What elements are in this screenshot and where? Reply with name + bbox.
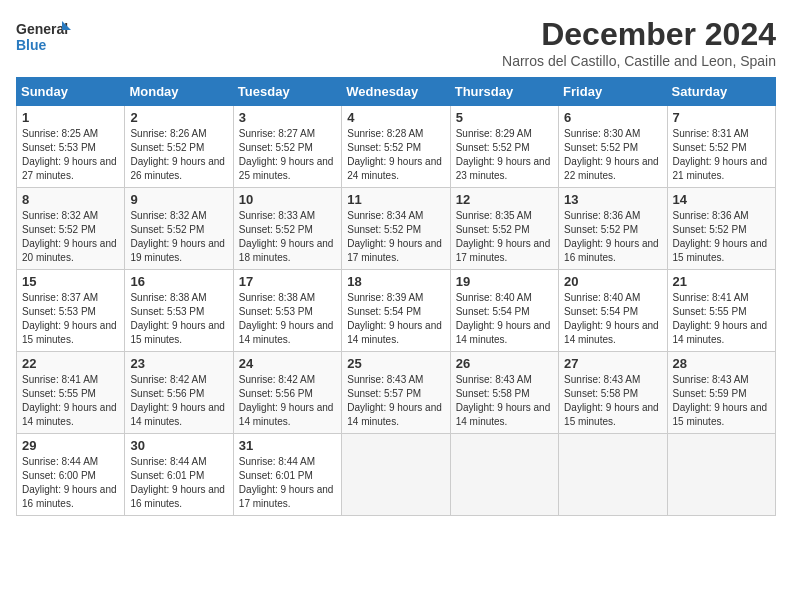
calendar-cell: 27Sunrise: 8:43 AMSunset: 5:58 PMDayligh…	[559, 352, 667, 434]
day-info: Sunrise: 8:25 AMSunset: 5:53 PMDaylight:…	[22, 127, 119, 183]
svg-text:General: General	[16, 21, 68, 37]
day-number: 25	[347, 356, 444, 371]
calendar-cell: 10Sunrise: 8:33 AMSunset: 5:52 PMDayligh…	[233, 188, 341, 270]
day-number: 21	[673, 274, 770, 289]
logo-svg: GeneralBlue	[16, 16, 76, 56]
day-number: 18	[347, 274, 444, 289]
header-thursday: Thursday	[450, 78, 558, 106]
day-number: 22	[22, 356, 119, 371]
day-info: Sunrise: 8:32 AMSunset: 5:52 PMDaylight:…	[22, 209, 119, 265]
header-monday: Monday	[125, 78, 233, 106]
logo: GeneralBlue	[16, 16, 76, 56]
day-number: 24	[239, 356, 336, 371]
calendar-cell: 3Sunrise: 8:27 AMSunset: 5:52 PMDaylight…	[233, 106, 341, 188]
day-info: Sunrise: 8:26 AMSunset: 5:52 PMDaylight:…	[130, 127, 227, 183]
day-info: Sunrise: 8:30 AMSunset: 5:52 PMDaylight:…	[564, 127, 661, 183]
month-title: December 2024	[502, 16, 776, 53]
day-number: 4	[347, 110, 444, 125]
title-area: December 2024 Narros del Castillo, Casti…	[502, 16, 776, 69]
calendar-cell: 13Sunrise: 8:36 AMSunset: 5:52 PMDayligh…	[559, 188, 667, 270]
header-tuesday: Tuesday	[233, 78, 341, 106]
week-row-5: 29Sunrise: 8:44 AMSunset: 6:00 PMDayligh…	[17, 434, 776, 516]
day-number: 10	[239, 192, 336, 207]
calendar-cell	[559, 434, 667, 516]
day-info: Sunrise: 8:44 AMSunset: 6:00 PMDaylight:…	[22, 455, 119, 511]
day-number: 12	[456, 192, 553, 207]
day-number: 16	[130, 274, 227, 289]
day-info: Sunrise: 8:39 AMSunset: 5:54 PMDaylight:…	[347, 291, 444, 347]
day-number: 11	[347, 192, 444, 207]
svg-text:Blue: Blue	[16, 37, 47, 53]
calendar-cell: 4Sunrise: 8:28 AMSunset: 5:52 PMDaylight…	[342, 106, 450, 188]
day-info: Sunrise: 8:28 AMSunset: 5:52 PMDaylight:…	[347, 127, 444, 183]
day-info: Sunrise: 8:41 AMSunset: 5:55 PMDaylight:…	[22, 373, 119, 429]
calendar-cell: 9Sunrise: 8:32 AMSunset: 5:52 PMDaylight…	[125, 188, 233, 270]
calendar-cell: 30Sunrise: 8:44 AMSunset: 6:01 PMDayligh…	[125, 434, 233, 516]
day-info: Sunrise: 8:36 AMSunset: 5:52 PMDaylight:…	[564, 209, 661, 265]
calendar-cell: 15Sunrise: 8:37 AMSunset: 5:53 PMDayligh…	[17, 270, 125, 352]
week-row-1: 1Sunrise: 8:25 AMSunset: 5:53 PMDaylight…	[17, 106, 776, 188]
calendar-cell: 25Sunrise: 8:43 AMSunset: 5:57 PMDayligh…	[342, 352, 450, 434]
day-number: 8	[22, 192, 119, 207]
day-info: Sunrise: 8:38 AMSunset: 5:53 PMDaylight:…	[130, 291, 227, 347]
calendar-cell: 19Sunrise: 8:40 AMSunset: 5:54 PMDayligh…	[450, 270, 558, 352]
day-number: 30	[130, 438, 227, 453]
week-row-2: 8Sunrise: 8:32 AMSunset: 5:52 PMDaylight…	[17, 188, 776, 270]
calendar-cell: 8Sunrise: 8:32 AMSunset: 5:52 PMDaylight…	[17, 188, 125, 270]
day-number: 31	[239, 438, 336, 453]
day-info: Sunrise: 8:44 AMSunset: 6:01 PMDaylight:…	[239, 455, 336, 511]
day-info: Sunrise: 8:31 AMSunset: 5:52 PMDaylight:…	[673, 127, 770, 183]
calendar-cell: 5Sunrise: 8:29 AMSunset: 5:52 PMDaylight…	[450, 106, 558, 188]
day-info: Sunrise: 8:43 AMSunset: 5:58 PMDaylight:…	[456, 373, 553, 429]
week-row-3: 15Sunrise: 8:37 AMSunset: 5:53 PMDayligh…	[17, 270, 776, 352]
day-number: 17	[239, 274, 336, 289]
calendar-cell: 14Sunrise: 8:36 AMSunset: 5:52 PMDayligh…	[667, 188, 775, 270]
calendar-cell: 11Sunrise: 8:34 AMSunset: 5:52 PMDayligh…	[342, 188, 450, 270]
header-saturday: Saturday	[667, 78, 775, 106]
day-number: 27	[564, 356, 661, 371]
week-row-4: 22Sunrise: 8:41 AMSunset: 5:55 PMDayligh…	[17, 352, 776, 434]
day-number: 13	[564, 192, 661, 207]
day-info: Sunrise: 8:33 AMSunset: 5:52 PMDaylight:…	[239, 209, 336, 265]
day-number: 23	[130, 356, 227, 371]
day-number: 1	[22, 110, 119, 125]
location: Narros del Castillo, Castille and Leon, …	[502, 53, 776, 69]
day-number: 9	[130, 192, 227, 207]
day-number: 20	[564, 274, 661, 289]
calendar-cell: 12Sunrise: 8:35 AMSunset: 5:52 PMDayligh…	[450, 188, 558, 270]
calendar-cell: 22Sunrise: 8:41 AMSunset: 5:55 PMDayligh…	[17, 352, 125, 434]
day-info: Sunrise: 8:37 AMSunset: 5:53 PMDaylight:…	[22, 291, 119, 347]
calendar-cell: 17Sunrise: 8:38 AMSunset: 5:53 PMDayligh…	[233, 270, 341, 352]
day-number: 7	[673, 110, 770, 125]
calendar-cell: 31Sunrise: 8:44 AMSunset: 6:01 PMDayligh…	[233, 434, 341, 516]
header-row: SundayMondayTuesdayWednesdayThursdayFrid…	[17, 78, 776, 106]
calendar-cell	[450, 434, 558, 516]
calendar-cell: 2Sunrise: 8:26 AMSunset: 5:52 PMDaylight…	[125, 106, 233, 188]
calendar-table: SundayMondayTuesdayWednesdayThursdayFrid…	[16, 77, 776, 516]
day-info: Sunrise: 8:44 AMSunset: 6:01 PMDaylight:…	[130, 455, 227, 511]
day-number: 29	[22, 438, 119, 453]
calendar-cell	[667, 434, 775, 516]
calendar-cell: 29Sunrise: 8:44 AMSunset: 6:00 PMDayligh…	[17, 434, 125, 516]
day-info: Sunrise: 8:38 AMSunset: 5:53 PMDaylight:…	[239, 291, 336, 347]
calendar-cell: 16Sunrise: 8:38 AMSunset: 5:53 PMDayligh…	[125, 270, 233, 352]
header-wednesday: Wednesday	[342, 78, 450, 106]
calendar-cell: 1Sunrise: 8:25 AMSunset: 5:53 PMDaylight…	[17, 106, 125, 188]
calendar-cell: 28Sunrise: 8:43 AMSunset: 5:59 PMDayligh…	[667, 352, 775, 434]
page-header: GeneralBlue December 2024 Narros del Cas…	[16, 16, 776, 69]
day-number: 3	[239, 110, 336, 125]
day-info: Sunrise: 8:29 AMSunset: 5:52 PMDaylight:…	[456, 127, 553, 183]
calendar-cell	[342, 434, 450, 516]
calendar-cell: 26Sunrise: 8:43 AMSunset: 5:58 PMDayligh…	[450, 352, 558, 434]
day-info: Sunrise: 8:43 AMSunset: 5:57 PMDaylight:…	[347, 373, 444, 429]
day-number: 15	[22, 274, 119, 289]
day-info: Sunrise: 8:32 AMSunset: 5:52 PMDaylight:…	[130, 209, 227, 265]
day-info: Sunrise: 8:40 AMSunset: 5:54 PMDaylight:…	[564, 291, 661, 347]
header-sunday: Sunday	[17, 78, 125, 106]
day-number: 5	[456, 110, 553, 125]
calendar-cell: 6Sunrise: 8:30 AMSunset: 5:52 PMDaylight…	[559, 106, 667, 188]
day-info: Sunrise: 8:43 AMSunset: 5:59 PMDaylight:…	[673, 373, 770, 429]
calendar-cell: 21Sunrise: 8:41 AMSunset: 5:55 PMDayligh…	[667, 270, 775, 352]
day-number: 26	[456, 356, 553, 371]
day-info: Sunrise: 8:40 AMSunset: 5:54 PMDaylight:…	[456, 291, 553, 347]
